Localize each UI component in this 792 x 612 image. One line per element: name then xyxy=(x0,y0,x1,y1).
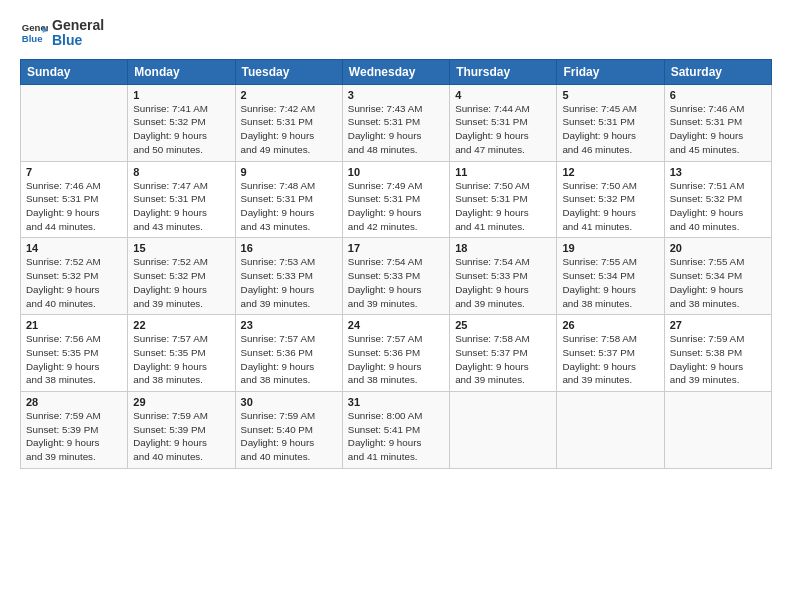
day-info: Sunrise: 7:59 AMSunset: 5:40 PMDaylight:… xyxy=(241,409,337,464)
header-monday: Monday xyxy=(128,59,235,84)
day-number: 12 xyxy=(562,166,658,178)
day-number: 10 xyxy=(348,166,444,178)
day-info: Sunrise: 7:57 AMSunset: 5:35 PMDaylight:… xyxy=(133,332,229,387)
day-info: Sunrise: 7:56 AMSunset: 5:35 PMDaylight:… xyxy=(26,332,122,387)
day-number: 31 xyxy=(348,396,444,408)
calendar-cell xyxy=(21,84,128,161)
day-info: Sunrise: 7:55 AMSunset: 5:34 PMDaylight:… xyxy=(670,255,766,310)
calendar-cell: 23Sunrise: 7:57 AMSunset: 5:36 PMDayligh… xyxy=(235,315,342,392)
calendar-table: SundayMondayTuesdayWednesdayThursdayFrid… xyxy=(20,59,772,469)
day-info: Sunrise: 7:59 AMSunset: 5:38 PMDaylight:… xyxy=(670,332,766,387)
day-number: 1 xyxy=(133,89,229,101)
day-info: Sunrise: 7:41 AMSunset: 5:32 PMDaylight:… xyxy=(133,102,229,157)
day-info: Sunrise: 7:44 AMSunset: 5:31 PMDaylight:… xyxy=(455,102,551,157)
day-number: 16 xyxy=(241,242,337,254)
day-info: Sunrise: 7:48 AMSunset: 5:31 PMDaylight:… xyxy=(241,179,337,234)
day-number: 13 xyxy=(670,166,766,178)
calendar-cell: 7Sunrise: 7:46 AMSunset: 5:31 PMDaylight… xyxy=(21,161,128,238)
calendar-cell: 14Sunrise: 7:52 AMSunset: 5:32 PMDayligh… xyxy=(21,238,128,315)
day-number: 15 xyxy=(133,242,229,254)
day-info: Sunrise: 8:00 AMSunset: 5:41 PMDaylight:… xyxy=(348,409,444,464)
day-number: 4 xyxy=(455,89,551,101)
day-info: Sunrise: 7:51 AMSunset: 5:32 PMDaylight:… xyxy=(670,179,766,234)
calendar-cell: 21Sunrise: 7:56 AMSunset: 5:35 PMDayligh… xyxy=(21,315,128,392)
logo-blue: Blue xyxy=(52,33,104,48)
day-number: 19 xyxy=(562,242,658,254)
calendar-week-2: 7Sunrise: 7:46 AMSunset: 5:31 PMDaylight… xyxy=(21,161,772,238)
calendar-cell: 8Sunrise: 7:47 AMSunset: 5:31 PMDaylight… xyxy=(128,161,235,238)
day-number: 5 xyxy=(562,89,658,101)
calendar-cell xyxy=(450,392,557,469)
day-number: 22 xyxy=(133,319,229,331)
day-info: Sunrise: 7:49 AMSunset: 5:31 PMDaylight:… xyxy=(348,179,444,234)
calendar-week-5: 28Sunrise: 7:59 AMSunset: 5:39 PMDayligh… xyxy=(21,392,772,469)
day-info: Sunrise: 7:43 AMSunset: 5:31 PMDaylight:… xyxy=(348,102,444,157)
day-number: 26 xyxy=(562,319,658,331)
header-thursday: Thursday xyxy=(450,59,557,84)
calendar-cell: 4Sunrise: 7:44 AMSunset: 5:31 PMDaylight… xyxy=(450,84,557,161)
day-info: Sunrise: 7:58 AMSunset: 5:37 PMDaylight:… xyxy=(455,332,551,387)
logo: General Blue General Blue xyxy=(20,18,104,49)
day-number: 25 xyxy=(455,319,551,331)
page: General Blue General Blue SundayMondayTu… xyxy=(0,0,792,612)
header-friday: Friday xyxy=(557,59,664,84)
day-info: Sunrise: 7:42 AMSunset: 5:31 PMDaylight:… xyxy=(241,102,337,157)
calendar-cell: 17Sunrise: 7:54 AMSunset: 5:33 PMDayligh… xyxy=(342,238,449,315)
day-number: 14 xyxy=(26,242,122,254)
day-number: 23 xyxy=(241,319,337,331)
calendar-cell: 12Sunrise: 7:50 AMSunset: 5:32 PMDayligh… xyxy=(557,161,664,238)
day-number: 8 xyxy=(133,166,229,178)
day-info: Sunrise: 7:47 AMSunset: 5:31 PMDaylight:… xyxy=(133,179,229,234)
logo-general: General xyxy=(52,18,104,33)
day-number: 27 xyxy=(670,319,766,331)
header-sunday: Sunday xyxy=(21,59,128,84)
day-number: 6 xyxy=(670,89,766,101)
day-number: 18 xyxy=(455,242,551,254)
day-number: 20 xyxy=(670,242,766,254)
day-number: 17 xyxy=(348,242,444,254)
calendar-cell: 15Sunrise: 7:52 AMSunset: 5:32 PMDayligh… xyxy=(128,238,235,315)
day-info: Sunrise: 7:46 AMSunset: 5:31 PMDaylight:… xyxy=(26,179,122,234)
day-number: 7 xyxy=(26,166,122,178)
day-info: Sunrise: 7:54 AMSunset: 5:33 PMDaylight:… xyxy=(348,255,444,310)
day-number: 28 xyxy=(26,396,122,408)
calendar-cell: 24Sunrise: 7:57 AMSunset: 5:36 PMDayligh… xyxy=(342,315,449,392)
calendar-cell: 28Sunrise: 7:59 AMSunset: 5:39 PMDayligh… xyxy=(21,392,128,469)
calendar-cell: 27Sunrise: 7:59 AMSunset: 5:38 PMDayligh… xyxy=(664,315,771,392)
header-saturday: Saturday xyxy=(664,59,771,84)
calendar-cell: 6Sunrise: 7:46 AMSunset: 5:31 PMDaylight… xyxy=(664,84,771,161)
calendar-cell: 19Sunrise: 7:55 AMSunset: 5:34 PMDayligh… xyxy=(557,238,664,315)
header-wednesday: Wednesday xyxy=(342,59,449,84)
calendar-cell: 18Sunrise: 7:54 AMSunset: 5:33 PMDayligh… xyxy=(450,238,557,315)
day-number: 2 xyxy=(241,89,337,101)
day-info: Sunrise: 7:59 AMSunset: 5:39 PMDaylight:… xyxy=(133,409,229,464)
day-info: Sunrise: 7:57 AMSunset: 5:36 PMDaylight:… xyxy=(348,332,444,387)
day-number: 21 xyxy=(26,319,122,331)
calendar-week-4: 21Sunrise: 7:56 AMSunset: 5:35 PMDayligh… xyxy=(21,315,772,392)
day-info: Sunrise: 7:57 AMSunset: 5:36 PMDaylight:… xyxy=(241,332,337,387)
calendar-cell xyxy=(664,392,771,469)
day-number: 29 xyxy=(133,396,229,408)
day-info: Sunrise: 7:54 AMSunset: 5:33 PMDaylight:… xyxy=(455,255,551,310)
calendar-cell: 31Sunrise: 8:00 AMSunset: 5:41 PMDayligh… xyxy=(342,392,449,469)
calendar-cell: 2Sunrise: 7:42 AMSunset: 5:31 PMDaylight… xyxy=(235,84,342,161)
svg-text:Blue: Blue xyxy=(22,33,43,44)
day-info: Sunrise: 7:58 AMSunset: 5:37 PMDaylight:… xyxy=(562,332,658,387)
calendar-cell: 25Sunrise: 7:58 AMSunset: 5:37 PMDayligh… xyxy=(450,315,557,392)
calendar-cell: 5Sunrise: 7:45 AMSunset: 5:31 PMDaylight… xyxy=(557,84,664,161)
day-info: Sunrise: 7:52 AMSunset: 5:32 PMDaylight:… xyxy=(133,255,229,310)
calendar-cell: 22Sunrise: 7:57 AMSunset: 5:35 PMDayligh… xyxy=(128,315,235,392)
day-info: Sunrise: 7:50 AMSunset: 5:31 PMDaylight:… xyxy=(455,179,551,234)
day-number: 9 xyxy=(241,166,337,178)
day-info: Sunrise: 7:52 AMSunset: 5:32 PMDaylight:… xyxy=(26,255,122,310)
day-number: 24 xyxy=(348,319,444,331)
day-number: 11 xyxy=(455,166,551,178)
calendar-week-3: 14Sunrise: 7:52 AMSunset: 5:32 PMDayligh… xyxy=(21,238,772,315)
day-number: 30 xyxy=(241,396,337,408)
calendar-cell: 30Sunrise: 7:59 AMSunset: 5:40 PMDayligh… xyxy=(235,392,342,469)
header: General Blue General Blue xyxy=(20,18,772,49)
calendar-cell: 16Sunrise: 7:53 AMSunset: 5:33 PMDayligh… xyxy=(235,238,342,315)
day-info: Sunrise: 7:59 AMSunset: 5:39 PMDaylight:… xyxy=(26,409,122,464)
day-info: Sunrise: 7:53 AMSunset: 5:33 PMDaylight:… xyxy=(241,255,337,310)
day-info: Sunrise: 7:46 AMSunset: 5:31 PMDaylight:… xyxy=(670,102,766,157)
